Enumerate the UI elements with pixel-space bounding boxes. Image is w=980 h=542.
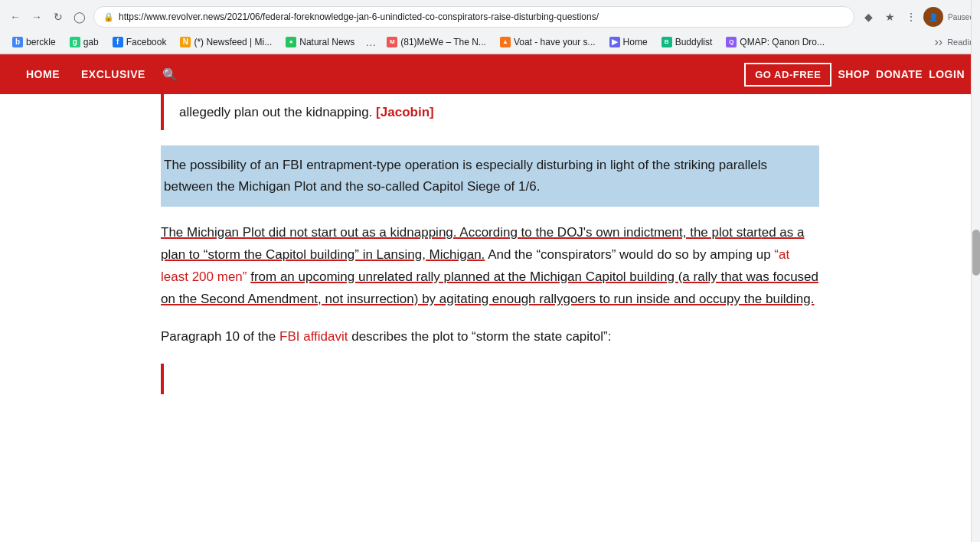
reading-mode-button[interactable]: Readin​ bbox=[947, 38, 974, 47]
highlighted-paragraph: The possibility of an FBI entrapment-typ… bbox=[161, 145, 819, 207]
para1-start-underlined: The Michigan Plot did not start out as a… bbox=[161, 225, 762, 240]
berckle-label: berckle bbox=[26, 37, 56, 47]
buddylist-favicon: B bbox=[662, 37, 672, 47]
browser-chrome: ← → ↻ ◯ 🔒 https://www.revolver.news/2021… bbox=[0, 0, 980, 54]
mewe-label: (81)MeWe – The N... bbox=[400, 37, 486, 47]
address-bar[interactable]: 🔒 https://www.revolver.news/2021/06/fede… bbox=[93, 6, 854, 28]
back-button[interactable]: ← bbox=[6, 8, 24, 26]
more-bookmarks-icon[interactable]: ›› bbox=[934, 35, 942, 49]
highlighted-text: The possibility of an FBI entrapment-typ… bbox=[164, 155, 816, 198]
naturalnews-favicon: ● bbox=[286, 37, 296, 47]
site-nav: HOME EXCLUSIVE 🔍 bbox=[15, 67, 184, 82]
facebook-label: Facebook bbox=[126, 37, 167, 47]
scrollbar-thumb[interactable] bbox=[972, 230, 980, 276]
bookmark-home[interactable]: ▶ Home bbox=[603, 35, 654, 49]
nav-donate[interactable]: DONATE bbox=[876, 68, 923, 80]
forward-button[interactable]: → bbox=[28, 8, 46, 26]
bookmarks-bar: b berckle g gab f Facebook N (*) Newsfee… bbox=[0, 31, 980, 54]
bookmark-buddylist[interactable]: B Buddylist bbox=[655, 35, 719, 49]
qmap-label: QMAP: Qanon Dro... bbox=[740, 37, 825, 47]
home-nav-button[interactable]: ◯ bbox=[70, 8, 89, 26]
search-icon[interactable]: 🔍 bbox=[156, 67, 184, 82]
facebook-favicon: f bbox=[113, 37, 123, 47]
site-header: HOME EXCLUSIVE 🔍 GO AD-FREE SHOP DONATE … bbox=[0, 54, 980, 94]
bookmark-facebook[interactable]: f Facebook bbox=[106, 35, 173, 49]
lock-icon: 🔒 bbox=[103, 12, 114, 22]
body-paragraph-1: The Michigan Plot did not start out as a… bbox=[161, 222, 819, 311]
home-label: Home bbox=[623, 37, 648, 47]
voat-label: Voat - have your s... bbox=[514, 37, 596, 47]
blockquote-section: allegedly plan out the kidnapping. [Jaco… bbox=[161, 94, 819, 130]
header-right: GO AD-FREE SHOP DONATE LOGIN bbox=[744, 63, 965, 87]
gab-favicon: g bbox=[70, 37, 80, 47]
newsfeed-favicon: N bbox=[180, 37, 191, 47]
nav-home[interactable]: HOME bbox=[15, 68, 70, 80]
buddylist-label: Buddylist bbox=[675, 37, 713, 47]
qmap-favicon: Q bbox=[726, 37, 737, 47]
newsfeed-label: (*) Newsfeed | Mi... bbox=[194, 37, 272, 47]
profile-avatar[interactable]: 👤 bbox=[923, 7, 943, 27]
bookmark-voat[interactable]: ▲ Voat - have your s... bbox=[494, 35, 602, 49]
bookmark-gab[interactable]: g gab bbox=[64, 35, 105, 49]
bottom-blockquote bbox=[161, 364, 819, 394]
para1-end-underlined: from an upcoming unrelated rally planned… bbox=[161, 269, 818, 306]
home-favicon: ▶ bbox=[609, 37, 620, 47]
bookmark-naturalnews[interactable]: ● Natural News bbox=[279, 35, 361, 49]
para2-end: describes the plot to “storm the state c… bbox=[348, 329, 611, 344]
naturalnews-label: Natural News bbox=[299, 37, 354, 47]
dots-separator: … bbox=[362, 36, 379, 48]
mewe-favicon: M bbox=[387, 37, 397, 47]
browser-toolbar: ← → ↻ ◯ 🔒 https://www.revolver.news/2021… bbox=[0, 0, 980, 31]
bookmark-star-icon[interactable]: ★ bbox=[880, 8, 899, 26]
main-content: allegedly plan out the kidnapping. [Jaco… bbox=[145, 94, 835, 394]
bookmark-newsfeed[interactable]: N (*) Newsfeed | Mi... bbox=[174, 35, 278, 49]
blockquote-body: allegedly plan out the kidnapping. bbox=[179, 105, 372, 119]
nav-shop[interactable]: SHOP bbox=[838, 68, 870, 80]
jacobin-link[interactable]: [Jacobin] bbox=[376, 105, 434, 119]
body-paragraph-2: Paragraph 10 of the FBI affidavit descri… bbox=[161, 326, 819, 348]
nav-login[interactable]: LOGIN bbox=[929, 68, 965, 80]
bookmark-mewe[interactable]: M (81)MeWe – The N... bbox=[381, 35, 492, 49]
extensions-icon[interactable]: ◆ bbox=[859, 8, 877, 26]
menu-icon[interactable]: ⋮ bbox=[902, 8, 920, 26]
blockquote-text: allegedly plan out the kidnapping. [Jaco… bbox=[179, 102, 819, 122]
gab-label: gab bbox=[83, 37, 99, 47]
nav-exclusive[interactable]: EXCLUSIVE bbox=[70, 68, 156, 80]
para2-start: Paragraph 10 of the bbox=[161, 329, 279, 344]
reload-button[interactable]: ↻ bbox=[49, 8, 67, 26]
nav-icons: ← → ↻ ◯ bbox=[6, 8, 89, 26]
go-ad-free-button[interactable]: GO AD-FREE bbox=[744, 63, 831, 87]
berckle-favicon: b bbox=[12, 37, 23, 47]
bookmark-qmap[interactable]: Q QMAP: Qanon Dro... bbox=[720, 35, 831, 49]
voat-favicon: ▲ bbox=[500, 37, 511, 47]
scrollbar[interactable] bbox=[971, 0, 980, 402]
paused-label: Paused bbox=[948, 13, 974, 21]
fbi-affidavit-link[interactable]: FBI affidavit bbox=[279, 329, 348, 344]
browser-actions: ◆ ★ ⋮ 👤 Paused bbox=[859, 7, 974, 27]
url-text: https://www.revolver.news/2021/06/federa… bbox=[119, 11, 844, 22]
bookmark-berckle[interactable]: b berckle bbox=[6, 35, 62, 49]
